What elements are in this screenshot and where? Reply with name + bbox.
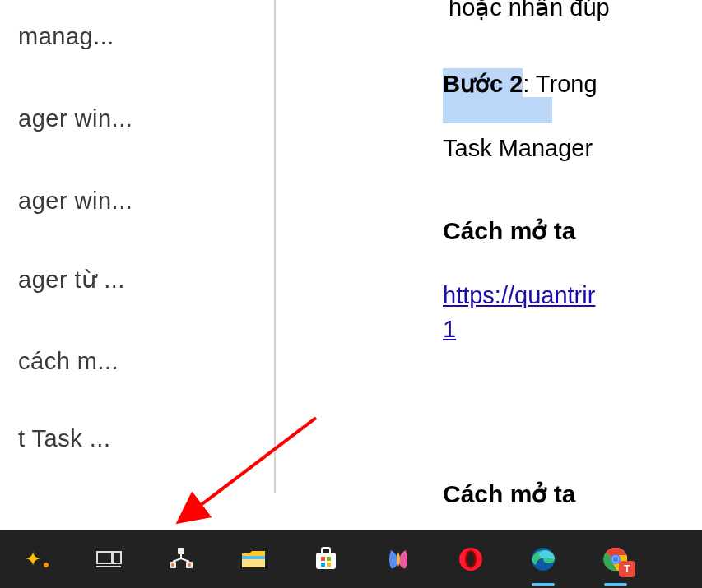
taskbar-edge[interactable] bbox=[523, 539, 563, 579]
svg-rect-1 bbox=[97, 552, 112, 563]
svg-rect-16 bbox=[327, 557, 331, 561]
edge-icon bbox=[529, 545, 557, 573]
sidebar-item-label: t Task ... bbox=[18, 425, 110, 451]
link-anchor-1[interactable]: https://quantrir bbox=[443, 282, 595, 308]
taskbar-file-explorer[interactable] bbox=[234, 539, 273, 579]
taskbar-chrome[interactable]: T bbox=[596, 539, 635, 579]
svg-rect-18 bbox=[327, 563, 331, 567]
sidebar-item[interactable]: cách m... bbox=[0, 348, 119, 375]
taskbar-copilot[interactable] bbox=[379, 539, 418, 579]
svg-rect-13 bbox=[242, 556, 265, 559]
svg-rect-14 bbox=[316, 553, 336, 569]
step-bold: Bước 2 bbox=[443, 71, 523, 97]
svg-rect-2 bbox=[114, 552, 121, 563]
sparkle-icon: ✦• bbox=[25, 549, 48, 569]
sidebar-item[interactable]: ager win... bbox=[0, 188, 132, 215]
chrome-badge: T bbox=[619, 561, 635, 577]
file-explorer-icon bbox=[239, 545, 267, 573]
copilot-icon bbox=[384, 545, 412, 573]
link-line-1[interactable]: https://quantrir bbox=[443, 282, 595, 309]
sidebar-item[interactable]: t Task ... bbox=[0, 425, 110, 452]
svg-point-26 bbox=[612, 556, 619, 563]
svg-rect-4 bbox=[178, 548, 184, 554]
taskbar-ms-store[interactable] bbox=[306, 539, 346, 579]
taskbar-opera[interactable] bbox=[451, 539, 490, 579]
heading-1: Cách mở ta bbox=[443, 216, 575, 245]
network-icon bbox=[167, 545, 195, 573]
truncated-text: hoặc nhấn đúp bbox=[449, 0, 610, 21]
step-line: Bước 2: Trong bbox=[443, 68, 597, 100]
svg-point-21 bbox=[467, 552, 474, 567]
step-rest: : Trong bbox=[523, 71, 597, 97]
sidebar-item-label: ager win... bbox=[18, 188, 132, 214]
svg-rect-17 bbox=[321, 563, 325, 567]
taskbar-sparkle[interactable]: ✦• bbox=[16, 539, 56, 579]
link-anchor-2[interactable]: 1 bbox=[443, 316, 456, 342]
task-view-icon bbox=[95, 545, 123, 573]
heading-2: Cách mở ta bbox=[443, 479, 575, 508]
sidebar: manag... ager win... ager win... ager từ… bbox=[0, 0, 276, 493]
svg-rect-15 bbox=[321, 557, 325, 561]
svg-line-11 bbox=[181, 558, 189, 562]
link-line-2[interactable]: 1 bbox=[443, 316, 456, 343]
ms-store-icon bbox=[312, 545, 340, 573]
sidebar-item-label: ager từ ... bbox=[18, 266, 125, 293]
sidebar-item-label: cách m... bbox=[18, 348, 119, 374]
sidebar-item[interactable]: manag... bbox=[0, 23, 114, 50]
sidebar-item[interactable]: ager win... bbox=[0, 105, 132, 132]
sidebar-item[interactable]: ager từ ... bbox=[0, 266, 125, 294]
sidebar-item-label: manag... bbox=[18, 23, 114, 49]
taskbar: ✦• bbox=[0, 530, 702, 588]
opera-icon bbox=[457, 545, 485, 573]
svg-point-8 bbox=[188, 563, 191, 567]
svg-line-10 bbox=[173, 558, 181, 562]
taskbar-third[interactable] bbox=[161, 539, 201, 579]
selection-highlight bbox=[443, 97, 552, 123]
svg-point-7 bbox=[171, 563, 174, 567]
sidebar-item-label: ager win... bbox=[18, 105, 132, 132]
task-manager-text: Task Manager bbox=[443, 135, 593, 162]
content: hoặc nhấn đúp Bước 2: Trong Task Manager… bbox=[276, 0, 702, 493]
taskbar-task-view[interactable] bbox=[89, 539, 128, 579]
